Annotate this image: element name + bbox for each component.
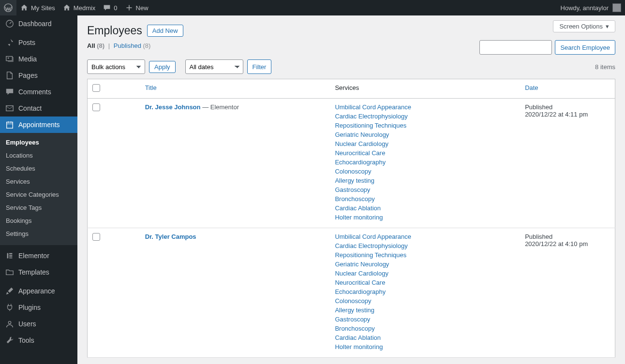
mail-icon [5,104,15,113]
filter-published[interactable]: Published (8) [114,42,151,49]
service-link[interactable]: Echocardiography [335,288,515,295]
sidebar-label: Media [18,55,37,63]
service-link[interactable]: Neurocritical Care [335,279,515,286]
adminbar-howdy[interactable]: Howdy, anntaylor [561,4,609,12]
adminbar-new[interactable]: New [121,0,152,15]
adminbar-new-label: New [136,4,149,12]
apply-button[interactable]: Apply [149,61,176,73]
service-link[interactable]: Cardiac Ablation [335,334,515,341]
service-link[interactable]: Echocardiography [335,159,515,166]
sidebar-label: Appearance [18,287,55,295]
service-link[interactable]: Cardiac Ablation [335,204,515,212]
service-link[interactable]: Holter monitoring [335,214,515,221]
sidebar-sub-bookings[interactable]: Bookings [0,214,77,227]
svg-rect-5 [7,122,13,129]
table-row: Dr. Tyler CamposUmbilical Cord Appearanc… [88,228,615,358]
sidebar-label: Templates [18,268,49,276]
row-title-link[interactable]: Dr. Tyler Campos [145,233,196,240]
service-link[interactable]: Colonoscopy [335,168,515,175]
adminbar-logo[interactable] [0,0,16,15]
service-link[interactable]: Nuclear Cardiology [335,270,515,277]
bulk-actions-select[interactable]: Bulk actions [87,59,145,74]
calendar-icon [5,120,15,129]
service-link[interactable]: Bronchoscopy [335,195,515,203]
svg-rect-7 [9,253,12,255]
service-link[interactable]: Umbilical Cord Appearance [335,233,515,240]
filter-button[interactable]: Filter [247,59,272,74]
col-title[interactable]: Title [145,84,157,91]
svg-rect-9 [9,258,12,259]
service-link[interactable]: Neurocritical Care [335,149,515,157]
svg-point-10 [8,321,11,324]
page-icon [5,71,15,80]
adminbar-mysites[interactable]: My Sites [16,0,59,15]
sidebar-item-posts[interactable]: Posts [0,34,77,51]
page-header: Employees Add New [87,15,553,42]
brush-icon [5,287,15,295]
sidebar-item-contact[interactable]: Contact [0,100,77,116]
sidebar-item-tools[interactable]: Tools [0,332,77,349]
service-link[interactable]: Nuclear Cardiology [335,140,515,147]
add-new-button[interactable]: Add New [147,25,183,37]
adminbar-sitename-label: Medmix [74,4,96,12]
row-title-link[interactable]: Dr. Jesse Johnson [145,103,201,111]
service-link[interactable]: Cardiac Electrophysiology [335,113,515,120]
sidebar-item-comments[interactable]: Comments [0,84,77,100]
sidebar-item-pages[interactable]: Pages [0,67,77,84]
search-box: Search Employee [479,40,615,55]
service-link[interactable]: Gastroscopy [335,316,515,323]
home-icon [20,4,28,12]
sidebar-submenu-appointments: Employees Locations Schedules Services S… [0,133,77,245]
sidebar-item-appointments[interactable]: Appointments [0,116,77,133]
user-icon [5,320,15,328]
screen-options-wrap: Screen Options▾ [553,20,615,32]
service-link[interactable]: Umbilical Cord Appearance [335,103,515,111]
sidebar-sub-locations[interactable]: Locations [0,149,77,162]
sidebar-sub-service-tags[interactable]: Service Tags [0,201,77,214]
screen-options-button[interactable]: Screen Options▾ [553,20,615,32]
service-link[interactable]: Holter monitoring [335,343,515,350]
service-link[interactable]: Cardiac Electrophysiology [335,242,515,249]
adminbar-sitename[interactable]: Medmix [59,0,100,15]
service-link[interactable]: Colonoscopy [335,297,515,305]
service-link[interactable]: Geriatric Neurology [335,261,515,268]
sidebar-sub-schedules[interactable]: Schedules [0,162,77,175]
row-checkbox[interactable] [92,233,100,241]
service-link[interactable]: Geriatric Neurology [335,131,515,138]
service-link[interactable]: Gastroscopy [335,186,515,193]
service-link[interactable]: Allergy testing [335,177,515,184]
adminbar-mysites-label: My Sites [31,4,55,12]
service-link[interactable]: Allergy testing [335,306,515,314]
row-title-suffix: — Elementor [201,103,239,111]
avatar[interactable] [612,3,621,12]
filter-all[interactable]: All (8) [87,42,104,49]
sidebar-sub-services[interactable]: Services [0,175,77,188]
home-icon [63,4,71,12]
adminbar-comments[interactable]: 0 [99,0,121,15]
select-all-checkbox[interactable] [92,84,100,92]
row-checkbox[interactable] [92,103,100,111]
sidebar-item-templates[interactable]: Templates [0,264,77,280]
search-button[interactable]: Search Employee [555,40,615,55]
sidebar-item-elementor[interactable]: Elementor [0,248,77,264]
sidebar-item-media[interactable]: Media [0,51,77,67]
sidebar-sub-employees[interactable]: Employees [0,136,77,149]
sidebar-item-plugins[interactable]: Plugins [0,299,77,316]
col-date[interactable]: Date [525,84,538,91]
sidebar-item-appearance[interactable]: Appearance [0,283,77,299]
sidebar-sub-service-categories[interactable]: Service Categories [0,188,77,201]
service-link[interactable]: Repositioning Techniques [335,251,515,259]
service-link[interactable]: Repositioning Techniques [335,122,515,129]
wrench-icon [5,336,15,345]
col-services: Services [330,79,520,99]
sidebar-item-users[interactable]: Users [0,316,77,332]
comment-icon [103,4,111,12]
sidebar-item-dashboard[interactable]: Dashboard [0,15,77,32]
svg-rect-8 [9,255,12,257]
service-link[interactable]: Bronchoscopy [335,325,515,332]
date-filter-select[interactable]: All dates [185,59,243,74]
wordpress-icon [4,3,13,12]
search-input[interactable] [479,40,552,55]
sidebar-sub-settings[interactable]: Settings [0,227,77,240]
row-date: 2020/12/22 at 4:10 pm [525,240,610,248]
